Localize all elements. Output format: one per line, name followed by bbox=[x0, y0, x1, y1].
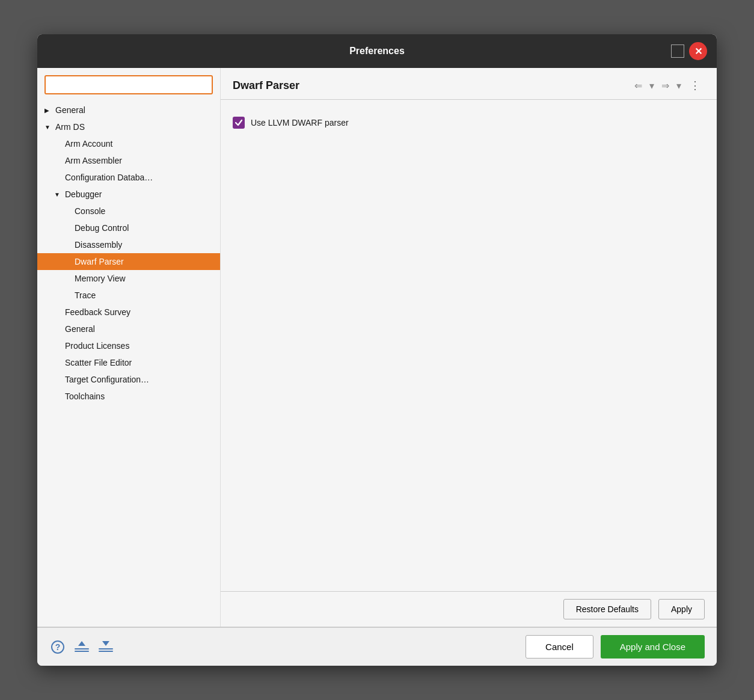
panel-title: Dwarf Parser bbox=[233, 79, 299, 92]
sidebar-label-feedback-survey: Feedback Survey bbox=[65, 307, 130, 317]
sidebar-item-memory-view[interactable]: Memory View bbox=[37, 270, 220, 287]
back-button[interactable]: ⇐ bbox=[632, 79, 645, 93]
dialog-title: Preferences bbox=[349, 46, 405, 57]
sidebar-item-general2[interactable]: General bbox=[37, 321, 220, 337]
preferences-dialog: Preferences ✕ ▶General▼Arm DSArm Account… bbox=[37, 34, 717, 666]
sidebar-label-arm-account: Arm Account bbox=[65, 139, 112, 149]
sidebar-item-configuration-database[interactable]: Configuration Databa… bbox=[37, 169, 220, 186]
sidebar-label-general2: General bbox=[65, 324, 95, 334]
sidebar-label-trace: Trace bbox=[75, 290, 96, 300]
sidebar-label-memory-view: Memory View bbox=[75, 274, 126, 283]
export-icon[interactable] bbox=[97, 639, 114, 655]
sidebar-item-arm-assembler[interactable]: Arm Assembler bbox=[37, 152, 220, 169]
forward-dropdown-button[interactable]: ▾ bbox=[674, 79, 684, 93]
sidebar-label-debug-control: Debug Control bbox=[75, 223, 129, 233]
sidebar-label-toolchains: Toolchains bbox=[65, 391, 105, 401]
sidebar-item-feedback-survey[interactable]: Feedback Survey bbox=[37, 304, 220, 321]
footer-left: ? bbox=[49, 639, 114, 655]
sidebar: ▶General▼Arm DSArm AccountArm AssemblerC… bbox=[37, 68, 221, 627]
checkbox-row: Use LLVM DWARF parser bbox=[233, 112, 705, 134]
panel-nav: ⇐ ▾ ⇒ ▾ ⋮ bbox=[632, 78, 705, 93]
llvm-checkbox-label: Use LLVM DWARF parser bbox=[251, 118, 349, 127]
sidebar-label-configuration-database: Configuration Databa… bbox=[65, 173, 153, 182]
close-button[interactable]: ✕ bbox=[689, 42, 707, 60]
sidebar-label-disassembly: Disassembly bbox=[75, 240, 122, 250]
more-options-button[interactable]: ⋮ bbox=[686, 78, 705, 93]
panel-header: Dwarf Parser ⇐ ▾ ⇒ ▾ ⋮ bbox=[221, 68, 717, 100]
svg-marker-4 bbox=[78, 641, 85, 646]
sidebar-item-product-licenses[interactable]: Product Licenses bbox=[37, 337, 220, 354]
sidebar-label-target-configuration: Target Configuration… bbox=[65, 375, 149, 384]
panel-footer: Restore Defaults Apply bbox=[221, 591, 717, 627]
sidebar-label-console: Console bbox=[75, 206, 105, 216]
sidebar-label-dwarf-parser: Dwarf Parser bbox=[75, 257, 124, 266]
check-icon bbox=[234, 118, 243, 127]
sidebar-item-arm-account[interactable]: Arm Account bbox=[37, 135, 220, 152]
svg-rect-2 bbox=[75, 648, 89, 649]
main-panel: Dwarf Parser ⇐ ▾ ⇒ ▾ ⋮ Use LLVM DWA bbox=[221, 68, 717, 627]
search-input[interactable] bbox=[44, 75, 213, 94]
help-icon[interactable]: ? bbox=[49, 639, 66, 655]
titlebar-controls: ✕ bbox=[671, 42, 707, 60]
import-icon[interactable] bbox=[73, 639, 90, 655]
sidebar-label-arm-ds: Arm DS bbox=[55, 122, 85, 132]
sidebar-item-dwarf-parser[interactable]: Dwarf Parser bbox=[37, 253, 220, 270]
sidebar-item-trace[interactable]: Trace bbox=[37, 287, 220, 304]
svg-rect-5 bbox=[99, 648, 113, 649]
restore-button[interactable] bbox=[671, 45, 684, 58]
sidebar-item-toolchains[interactable]: Toolchains bbox=[37, 388, 220, 405]
sidebar-label-product-licenses: Product Licenses bbox=[65, 341, 129, 351]
sidebar-item-scatter-file-editor[interactable]: Scatter File Editor bbox=[37, 354, 220, 371]
llvm-checkbox[interactable] bbox=[233, 117, 245, 129]
svg-marker-7 bbox=[102, 641, 109, 646]
sidebar-item-target-configuration[interactable]: Target Configuration… bbox=[37, 371, 220, 388]
sidebar-item-disassembly[interactable]: Disassembly bbox=[37, 236, 220, 253]
sidebar-item-console[interactable]: Console bbox=[37, 203, 220, 220]
footer-right: Cancel Apply and Close bbox=[526, 635, 705, 659]
apply-close-button[interactable]: Apply and Close bbox=[601, 635, 705, 659]
back-dropdown-button[interactable]: ▾ bbox=[647, 79, 657, 93]
content-area: ▶General▼Arm DSArm AccountArm AssemblerC… bbox=[37, 68, 717, 627]
sidebar-label-general: General bbox=[55, 105, 85, 115]
sidebar-item-arm-ds[interactable]: ▼Arm DS bbox=[37, 118, 220, 135]
apply-button[interactable]: Apply bbox=[658, 599, 705, 619]
sidebar-item-general[interactable]: ▶General bbox=[37, 102, 220, 118]
svg-rect-3 bbox=[75, 651, 89, 652]
titlebar: Preferences ✕ bbox=[37, 34, 717, 68]
restore-defaults-button[interactable]: Restore Defaults bbox=[563, 599, 651, 619]
sidebar-label-arm-assembler: Arm Assembler bbox=[65, 156, 122, 165]
svg-text:?: ? bbox=[55, 642, 61, 652]
sidebar-label-debugger: Debugger bbox=[65, 189, 102, 199]
svg-rect-6 bbox=[99, 651, 113, 652]
sidebar-label-scatter-file-editor: Scatter File Editor bbox=[65, 358, 132, 367]
sidebar-item-debugger[interactable]: ▼Debugger bbox=[37, 186, 220, 203]
dialog-footer: ? Cancel Apply and Close bbox=[37, 627, 717, 666]
forward-button[interactable]: ⇒ bbox=[659, 79, 672, 93]
cancel-button[interactable]: Cancel bbox=[526, 635, 593, 659]
panel-content: Use LLVM DWARF parser bbox=[221, 100, 717, 591]
sidebar-item-debug-control[interactable]: Debug Control bbox=[37, 220, 220, 236]
